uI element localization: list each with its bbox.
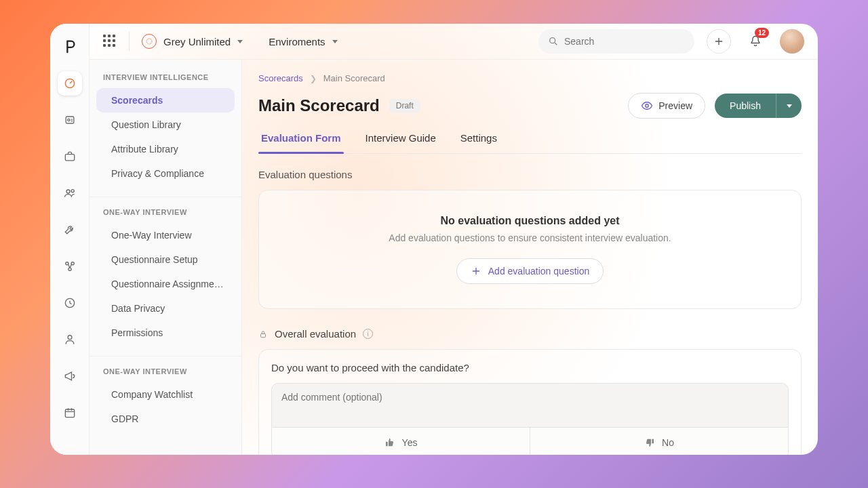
sidebar-item-data-privacy[interactable]: Data Privacy <box>90 296 241 321</box>
search-box[interactable] <box>538 29 694 54</box>
title-row: Main Scorecard Draft Preview Publish <box>258 93 802 119</box>
publish-dropdown-button[interactable] <box>776 94 802 118</box>
rail-briefcase-icon[interactable] <box>58 144 82 169</box>
svg-rect-11 <box>65 409 74 418</box>
svg-point-2 <box>67 119 69 121</box>
eye-icon <box>641 100 653 112</box>
sidebar-item-questionnaire-setup[interactable]: Questionnaire Setup <box>90 247 241 272</box>
publish-button-group: Publish <box>715 94 802 118</box>
chevron-down-icon <box>332 40 338 43</box>
sidebar-section-title: ONE-WAY INTERVIEW <box>90 208 241 223</box>
svg-point-5 <box>71 190 74 192</box>
sidebar-item-gdpr[interactable]: GDPR <box>90 407 241 431</box>
breadcrumb: Scorecards ❯ Main Scorecard <box>258 73 802 83</box>
notification-badge: 12 <box>755 28 769 38</box>
lock-icon <box>258 329 268 339</box>
evaluation-question: Do you want to proceed with the candidat… <box>271 362 789 373</box>
rail-badge-icon[interactable] <box>58 108 82 132</box>
svg-point-10 <box>68 336 72 340</box>
org-avatar-icon <box>142 34 157 49</box>
sidebar-item-attribute-library[interactable]: Attribute Library <box>90 137 241 161</box>
divider <box>129 32 130 51</box>
rail-wrench-icon[interactable] <box>58 218 82 242</box>
rail-org-icon[interactable] <box>58 254 82 279</box>
add-evaluation-question-button[interactable]: Add evaluation question <box>456 258 604 284</box>
tab-evaluation-form[interactable]: Evaluation Form <box>258 132 344 153</box>
thumbs-down-icon <box>644 437 655 448</box>
notifications-button[interactable]: 12 <box>743 29 768 54</box>
tab-interview-guide[interactable]: Interview Guide <box>363 132 439 153</box>
svg-point-4 <box>66 190 70 193</box>
plus-icon <box>471 266 481 277</box>
svg-point-13 <box>550 38 555 43</box>
topbar: Grey Unlimited Enviroments 12 <box>90 24 818 59</box>
main-panel: Grey Unlimited Enviroments 12 <box>90 24 818 455</box>
sidebar-item-company-watchlist[interactable]: Company Watchlist <box>90 382 241 407</box>
sidebar-item-one-way-interview[interactable]: One-Way Interview <box>90 223 241 247</box>
org-selector[interactable]: Grey Unlimited <box>142 34 243 49</box>
user-avatar[interactable] <box>780 29 804 54</box>
divider <box>90 356 241 357</box>
env-label: Enviroments <box>269 36 325 47</box>
divider <box>90 197 241 197</box>
empty-state-card: No evaluation questions added yet Add ev… <box>258 190 802 309</box>
comment-textarea[interactable] <box>272 384 788 424</box>
svg-point-12 <box>146 39 152 44</box>
sidebar-section-title: ONE-WAY INTERVIEW <box>90 367 241 382</box>
add-button[interactable] <box>707 29 731 54</box>
sidebar-item-question-library[interactable]: Question Library <box>90 113 241 137</box>
breadcrumb-root[interactable]: Scorecards <box>258 73 303 83</box>
content-area: Scorecards ❯ Main Scorecard Main Scoreca… <box>242 60 818 455</box>
status-badge: Draft <box>389 99 420 113</box>
preview-label: Preview <box>658 100 692 111</box>
body-row: INTERVIEW INTELLIGENCE Scorecards Questi… <box>90 59 818 455</box>
vote-row: Yes No <box>271 428 789 455</box>
comment-box <box>271 383 789 428</box>
vote-no-button[interactable]: No <box>530 428 788 455</box>
tab-settings[interactable]: Settings <box>458 132 500 153</box>
page-title: Main Scorecard <box>258 96 380 115</box>
svg-point-8 <box>68 268 71 270</box>
yes-label: Yes <box>402 437 418 448</box>
rail-megaphone-icon[interactable] <box>58 364 82 388</box>
chevron-down-icon <box>787 104 792 108</box>
overall-evaluation-card: Do you want to proceed with the candidat… <box>258 349 802 455</box>
search-input[interactable] <box>564 36 685 47</box>
chevron-right-icon: ❯ <box>310 74 317 83</box>
overall-evaluation-header: Overall evaluation i <box>258 328 802 340</box>
info-icon[interactable]: i <box>363 329 373 339</box>
empty-state-subtitle: Add evaluation questions to ensure consi… <box>283 232 776 243</box>
thumbs-up-icon <box>384 437 395 448</box>
svg-rect-3 <box>65 155 74 161</box>
rail-dashboard-icon[interactable] <box>58 71 82 96</box>
no-label: No <box>662 437 674 448</box>
sidebar-item-permissions[interactable]: Permissions <box>90 321 241 345</box>
environment-selector[interactable]: Enviroments <box>269 36 337 47</box>
svg-rect-15 <box>261 333 266 337</box>
org-name: Grey Unlimited <box>163 36 231 47</box>
icon-rail <box>50 24 90 455</box>
rail-clock-icon[interactable] <box>58 291 82 315</box>
app-window: Grey Unlimited Enviroments 12 <box>50 24 818 455</box>
publish-button[interactable]: Publish <box>715 94 776 118</box>
search-icon <box>548 36 559 47</box>
empty-state-title: No evaluation questions added yet <box>283 215 776 227</box>
logo-icon[interactable] <box>60 33 79 59</box>
breadcrumb-current: Main Scorecard <box>323 73 385 83</box>
sidebar: INTERVIEW INTELLIGENCE Scorecards Questi… <box>90 60 242 455</box>
sidebar-section-title: INTERVIEW INTELLIGENCE <box>90 73 241 88</box>
sidebar-item-questionnaire-assignment[interactable]: Questionnaire Assignme… <box>90 272 241 296</box>
add-button-label: Add evaluation question <box>488 266 589 277</box>
sidebar-item-privacy-compliance[interactable]: Privacy & Compliance <box>90 161 241 186</box>
sidebar-item-scorecards[interactable]: Scorecards <box>96 88 235 113</box>
rail-calendar-icon[interactable] <box>58 401 82 425</box>
apps-grid-icon[interactable] <box>103 35 117 48</box>
vote-yes-button[interactable]: Yes <box>272 428 530 455</box>
svg-point-14 <box>646 104 649 108</box>
rail-person-icon[interactable] <box>58 327 82 352</box>
preview-button[interactable]: Preview <box>628 93 705 119</box>
chevron-down-icon <box>237 40 243 43</box>
section-label: Evaluation questions <box>258 169 802 180</box>
rail-people-icon[interactable] <box>58 181 82 205</box>
overall-evaluation-label: Overall evaluation <box>275 328 356 340</box>
